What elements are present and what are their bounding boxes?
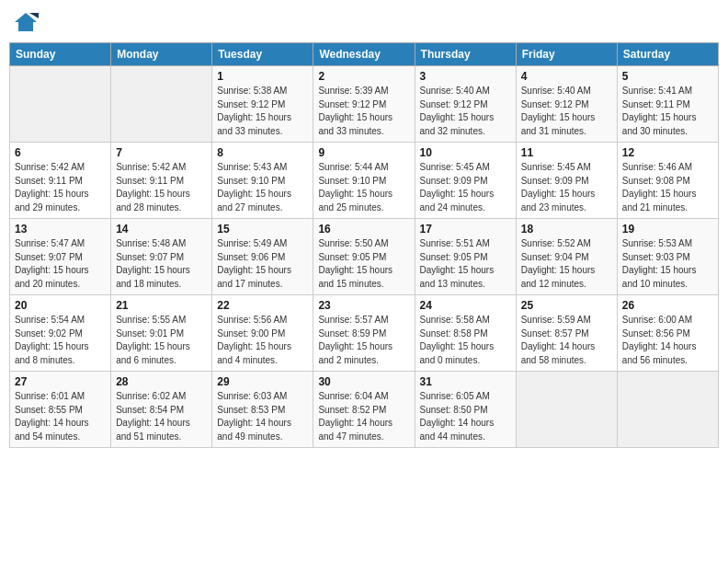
day-number: 21 <box>116 299 207 312</box>
day-number: 17 <box>420 223 511 236</box>
day-detail: Sunrise: 5:58 AM Sunset: 8:58 PM Dayligh… <box>420 314 511 367</box>
day-cell: 24Sunrise: 5:58 AM Sunset: 8:58 PM Dayli… <box>415 295 516 372</box>
day-number: 15 <box>217 223 308 236</box>
day-cell: 19Sunrise: 5:53 AM Sunset: 9:03 PM Dayli… <box>617 219 718 295</box>
header-friday: Friday <box>516 43 617 66</box>
calendar-table: SundayMondayTuesdayWednesdayThursdayFrid… <box>9 42 719 448</box>
day-cell: 26Sunrise: 6:00 AM Sunset: 8:56 PM Dayli… <box>617 295 718 372</box>
day-number: 8 <box>217 146 308 159</box>
day-number: 24 <box>420 299 511 312</box>
day-detail: Sunrise: 5:57 AM Sunset: 8:59 PM Dayligh… <box>318 314 409 367</box>
day-detail: Sunrise: 5:53 AM Sunset: 9:03 PM Dayligh… <box>622 237 713 291</box>
day-number: 9 <box>318 146 409 159</box>
day-detail: Sunrise: 5:56 AM Sunset: 9:00 PM Dayligh… <box>217 314 308 367</box>
day-number: 7 <box>116 146 207 159</box>
day-cell: 7Sunrise: 5:42 AM Sunset: 9:11 PM Daylig… <box>111 143 212 219</box>
day-number: 3 <box>420 70 511 83</box>
day-cell: 20Sunrise: 5:54 AM Sunset: 9:02 PM Dayli… <box>10 295 111 372</box>
day-detail: Sunrise: 5:50 AM Sunset: 9:05 PM Dayligh… <box>318 237 409 291</box>
header-tuesday: Tuesday <box>212 43 313 66</box>
day-detail: Sunrise: 5:44 AM Sunset: 9:10 PM Dayligh… <box>318 161 409 214</box>
day-detail: Sunrise: 5:42 AM Sunset: 9:11 PM Dayligh… <box>116 161 207 214</box>
week-row-3: 13Sunrise: 5:47 AM Sunset: 9:07 PM Dayli… <box>10 219 719 295</box>
day-detail: Sunrise: 5:49 AM Sunset: 9:06 PM Dayligh… <box>217 237 308 291</box>
day-cell <box>10 66 111 143</box>
day-detail: Sunrise: 5:38 AM Sunset: 9:12 PM Dayligh… <box>217 85 308 138</box>
day-cell <box>516 372 617 448</box>
day-detail: Sunrise: 5:46 AM Sunset: 9:08 PM Dayligh… <box>622 161 713 214</box>
logo-icon <box>13 9 39 35</box>
day-detail: Sunrise: 5:39 AM Sunset: 9:12 PM Dayligh… <box>318 85 409 138</box>
day-number: 19 <box>622 223 713 236</box>
day-number: 10 <box>420 146 511 159</box>
day-cell: 3Sunrise: 5:40 AM Sunset: 9:12 PM Daylig… <box>415 66 516 143</box>
header-wednesday: Wednesday <box>313 43 415 66</box>
day-number: 30 <box>318 375 409 388</box>
day-cell: 4Sunrise: 5:40 AM Sunset: 9:12 PM Daylig… <box>516 66 617 143</box>
day-cell: 14Sunrise: 5:48 AM Sunset: 9:07 PM Dayli… <box>111 219 212 295</box>
day-number: 6 <box>15 146 106 159</box>
day-detail: Sunrise: 5:51 AM Sunset: 9:05 PM Dayligh… <box>420 237 511 291</box>
day-cell: 22Sunrise: 5:56 AM Sunset: 9:00 PM Dayli… <box>212 295 313 372</box>
day-cell: 25Sunrise: 5:59 AM Sunset: 8:57 PM Dayli… <box>516 295 617 372</box>
day-cell: 10Sunrise: 5:45 AM Sunset: 9:09 PM Dayli… <box>415 143 516 219</box>
day-number: 1 <box>217 70 308 83</box>
page-header <box>9 9 719 35</box>
day-cell: 8Sunrise: 5:43 AM Sunset: 9:10 PM Daylig… <box>212 143 313 219</box>
week-row-1: 1Sunrise: 5:38 AM Sunset: 9:12 PM Daylig… <box>10 66 719 143</box>
day-number: 26 <box>622 299 713 312</box>
day-number: 5 <box>622 70 713 83</box>
day-detail: Sunrise: 5:45 AM Sunset: 9:09 PM Dayligh… <box>420 161 511 214</box>
day-number: 25 <box>521 299 612 312</box>
day-number: 22 <box>217 299 308 312</box>
day-cell: 31Sunrise: 6:05 AM Sunset: 8:50 PM Dayli… <box>415 372 516 448</box>
day-number: 27 <box>15 375 106 388</box>
day-number: 28 <box>116 375 207 388</box>
day-detail: Sunrise: 6:03 AM Sunset: 8:53 PM Dayligh… <box>217 390 308 443</box>
day-cell: 2Sunrise: 5:39 AM Sunset: 9:12 PM Daylig… <box>313 66 415 143</box>
day-detail: Sunrise: 5:40 AM Sunset: 9:12 PM Dayligh… <box>420 85 511 138</box>
header-monday: Monday <box>111 43 212 66</box>
day-number: 12 <box>622 146 713 159</box>
day-detail: Sunrise: 5:47 AM Sunset: 9:07 PM Dayligh… <box>15 237 106 291</box>
day-number: 29 <box>217 375 308 388</box>
day-cell: 13Sunrise: 5:47 AM Sunset: 9:07 PM Dayli… <box>10 219 111 295</box>
day-detail: Sunrise: 6:00 AM Sunset: 8:56 PM Dayligh… <box>622 314 713 367</box>
day-number: 23 <box>318 299 409 312</box>
day-cell: 5Sunrise: 5:41 AM Sunset: 9:11 PM Daylig… <box>617 66 718 143</box>
day-cell: 18Sunrise: 5:52 AM Sunset: 9:04 PM Dayli… <box>516 219 617 295</box>
day-cell: 16Sunrise: 5:50 AM Sunset: 9:05 PM Dayli… <box>313 219 415 295</box>
day-number: 11 <box>521 146 612 159</box>
day-detail: Sunrise: 5:48 AM Sunset: 9:07 PM Dayligh… <box>116 237 207 291</box>
day-detail: Sunrise: 5:54 AM Sunset: 9:02 PM Dayligh… <box>15 314 106 367</box>
day-number: 31 <box>420 375 511 388</box>
day-detail: Sunrise: 5:42 AM Sunset: 9:11 PM Dayligh… <box>15 161 106 214</box>
day-cell: 27Sunrise: 6:01 AM Sunset: 8:55 PM Dayli… <box>10 372 111 448</box>
day-number: 2 <box>318 70 409 83</box>
day-cell: 6Sunrise: 5:42 AM Sunset: 9:11 PM Daylig… <box>10 143 111 219</box>
day-cell: 21Sunrise: 5:55 AM Sunset: 9:01 PM Dayli… <box>111 295 212 372</box>
day-detail: Sunrise: 5:52 AM Sunset: 9:04 PM Dayligh… <box>521 237 612 291</box>
day-number: 14 <box>116 223 207 236</box>
day-number: 13 <box>15 223 106 236</box>
week-row-5: 27Sunrise: 6:01 AM Sunset: 8:55 PM Dayli… <box>10 372 719 448</box>
day-cell <box>617 372 718 448</box>
header-thursday: Thursday <box>415 43 516 66</box>
calendar-header-row: SundayMondayTuesdayWednesdayThursdayFrid… <box>10 43 719 66</box>
header-saturday: Saturday <box>617 43 718 66</box>
day-cell <box>111 66 212 143</box>
day-number: 4 <box>521 70 612 83</box>
day-detail: Sunrise: 5:43 AM Sunset: 9:10 PM Dayligh… <box>217 161 308 214</box>
day-number: 18 <box>521 223 612 236</box>
day-cell: 15Sunrise: 5:49 AM Sunset: 9:06 PM Dayli… <box>212 219 313 295</box>
day-cell: 28Sunrise: 6:02 AM Sunset: 8:54 PM Dayli… <box>111 372 212 448</box>
header-sunday: Sunday <box>10 43 111 66</box>
day-detail: Sunrise: 6:02 AM Sunset: 8:54 PM Dayligh… <box>116 390 207 443</box>
day-cell: 12Sunrise: 5:46 AM Sunset: 9:08 PM Dayli… <box>617 143 718 219</box>
day-cell: 1Sunrise: 5:38 AM Sunset: 9:12 PM Daylig… <box>212 66 313 143</box>
day-cell: 23Sunrise: 5:57 AM Sunset: 8:59 PM Dayli… <box>313 295 415 372</box>
day-detail: Sunrise: 5:40 AM Sunset: 9:12 PM Dayligh… <box>521 85 612 138</box>
day-cell: 11Sunrise: 5:45 AM Sunset: 9:09 PM Dayli… <box>516 143 617 219</box>
day-cell: 30Sunrise: 6:04 AM Sunset: 8:52 PM Dayli… <box>313 372 415 448</box>
day-cell: 29Sunrise: 6:03 AM Sunset: 8:53 PM Dayli… <box>212 372 313 448</box>
